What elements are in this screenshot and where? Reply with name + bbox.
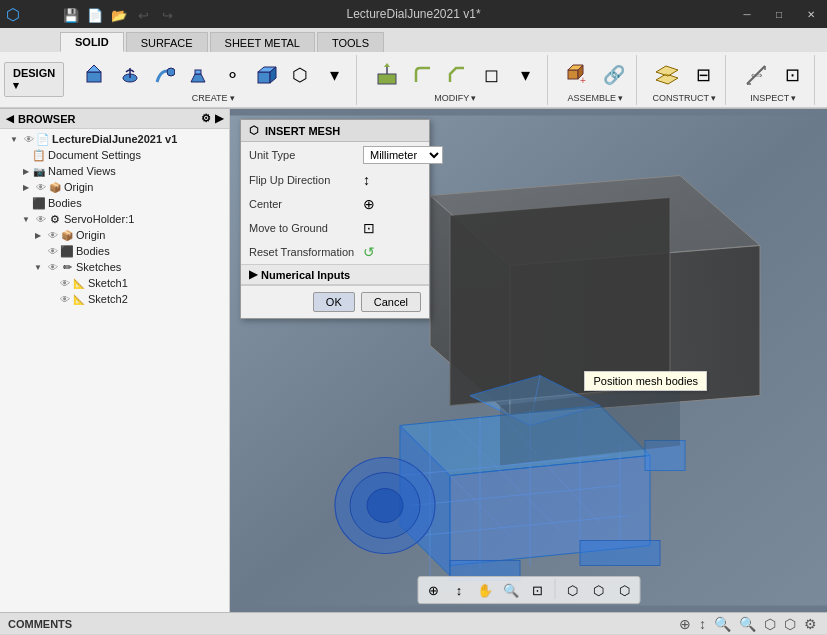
tree-item-sh-bodies[interactable]: 👁 ⬛ Bodies [0,243,229,259]
toolbar-section-assemble: + 🔗 ASSEMBLE▾ [554,55,637,105]
flip-up-label: Flip Up Direction [249,174,359,186]
flip-up-icon[interactable]: ↕ [363,172,370,188]
save-icon[interactable]: 💾 [60,4,82,26]
tree-item-origin[interactable]: ▶ 👁 📦 Origin [0,179,229,195]
statusbar-orbit-btn[interactable]: ↕ [697,616,708,632]
statusbar-zoom2-btn[interactable]: 🔍 [737,616,758,632]
move-to-ground-icon[interactable]: ⊡ [363,220,375,236]
create-sweep-btn[interactable] [148,59,180,91]
home-view-btn[interactable]: ⊕ [422,579,444,601]
tab-surface[interactable]: SURFACE [126,32,208,52]
eye-icon-origin[interactable]: 👁 [34,182,48,193]
modify-press-pull-btn[interactable] [369,57,405,93]
statusbar-display-btn[interactable]: ⬡ [762,616,778,632]
construct-offset-plane-btn[interactable] [649,57,685,93]
tree-icon-sketch2: 📐 [72,292,86,306]
assemble-label[interactable]: ASSEMBLE▾ [567,93,623,103]
create-extrude-btn[interactable] [76,57,112,93]
new-icon[interactable]: 📄 [84,4,106,26]
statusbar-settings-btn[interactable]: ⚙ [802,616,819,632]
browser-expand-icon[interactable]: ▶ [215,112,223,125]
tree-item-named-views[interactable]: ▶ 📷 Named Views [0,163,229,179]
tab-sheet-metal[interactable]: SHEET METAL [210,32,315,52]
tree-item-sketch1[interactable]: 👁 📐 Sketch1 [0,275,229,291]
modify-fillet-btn[interactable] [407,59,439,91]
statusbar-home-btn[interactable]: ⊕ [677,616,693,632]
design-button[interactable]: DESIGN ▾ [4,62,64,97]
viewport[interactable]: ⬡ INSERT MESH Unit Type Millimeter Inch … [230,109,827,612]
orbit-btn[interactable]: ↕ [448,579,470,601]
tree-item-sh-origin[interactable]: ▶ 👁 📦 Origin [0,227,229,243]
inspect-label[interactable]: INSPECT▾ [750,93,796,103]
undo-icon[interactable]: ↩ [132,4,154,26]
modify-more-btn[interactable]: ▾ [509,59,541,91]
modify-shell-btn[interactable]: ◻ [475,59,507,91]
modify-chamfer-btn[interactable] [441,59,473,91]
tree-icon-origin: 📦 [48,180,62,194]
svg-rect-52 [580,541,660,566]
numerical-inputs-section[interactable]: ▶ Numerical Inputs [241,264,429,285]
eye-icon-root[interactable]: 👁 [22,134,36,145]
reset-transform-icon[interactable]: ↺ [363,244,375,260]
create-box-btn[interactable] [250,59,282,91]
eye-icon-servoholder[interactable]: 👁 [34,214,48,225]
create-revolve-btn[interactable] [114,59,146,91]
pan-btn[interactable]: ✋ [474,579,496,601]
zoom-btn[interactable]: 🔍 [500,579,522,601]
tree-item-sketch2[interactable]: 👁 📐 Sketch2 [0,291,229,307]
statusbar-grid-btn[interactable]: ⬡ [782,616,798,632]
toolbar-section-modify: ◻ ▾ MODIFY▾ [363,55,548,105]
display-mode-btn[interactable]: ⬡ [561,579,583,601]
create-cylinder-btn[interactable]: ⬡ [284,59,316,91]
tab-solid[interactable]: SOLID [60,32,124,52]
center-icon[interactable]: ⊕ [363,196,375,212]
tree-icon-root: 📄 [36,132,50,146]
tree-item-servoholder[interactable]: ▼ 👁 ⚙ ServoHolder:1 [0,211,229,227]
create-loft-btn[interactable] [182,59,214,91]
tab-tools[interactable]: TOOLS [317,32,384,52]
eye-icon-sketch1[interactable]: 👁 [58,278,72,289]
minimize-button[interactable]: ─ [731,0,763,28]
dialog-row-center: Center ⊕ [241,192,429,216]
construct-label[interactable]: CONSTRUCT▾ [652,93,716,103]
tree-arrow-origin: ▶ [20,181,32,193]
browser-settings-icon[interactable]: ⚙ [201,112,211,125]
browser-panel: ◀ BROWSER ⚙ ▶ ▼ 👁 📄 LectureDialJune2021 … [0,109,230,612]
tree-item-sh-sketches[interactable]: ▼ 👁 ✏ Sketches [0,259,229,275]
window-controls: ─ □ ✕ [731,0,827,28]
inspect-measure-btn[interactable]: ⟺ [738,57,774,93]
tree-item-bodies[interactable]: ⬛ Bodies [0,195,229,211]
tree-item-doc-settings[interactable]: 📋 Document Settings [0,147,229,163]
create-hole-btn[interactable]: ⚬ [216,59,248,91]
maximize-button[interactable]: □ [763,0,795,28]
toolbar-section-construct: ⊟ CONSTRUCT▾ [643,55,726,105]
fit-btn[interactable]: ⊡ [526,579,548,601]
create-more-btn[interactable]: ▾ [318,59,350,91]
dialog-title: ⬡ INSERT MESH [241,120,429,142]
open-icon[interactable]: 📂 [108,4,130,26]
tree-label-sh-sketches: Sketches [76,261,121,273]
statusbar-right: ⊕ ↕ 🔍 🔍 ⬡ ⬡ ⚙ [677,616,819,632]
assemble-new-component-btn[interactable]: + [560,57,596,93]
construct-buttons: ⊟ [649,57,719,93]
eye-icon-sketch2[interactable]: 👁 [58,294,72,305]
assemble-joint-btn[interactable]: 🔗 [598,59,630,91]
create-label[interactable]: CREATE▾ [192,93,235,103]
tree-item-root[interactable]: ▼ 👁 📄 LectureDialJune2021 v1 [0,131,229,147]
browser-collapse-icon[interactable]: ◀ [6,113,14,124]
visual-style-btn[interactable]: ⬡ [587,579,609,601]
eye-icon-sh-origin[interactable]: 👁 [46,230,60,241]
environment-btn[interactable]: ⬡ [613,579,635,601]
redo-icon[interactable]: ↪ [156,4,178,26]
close-button[interactable]: ✕ [795,0,827,28]
modify-label[interactable]: MODIFY▾ [434,93,476,103]
ok-button[interactable]: OK [313,292,355,312]
eye-icon-sh-bodies[interactable]: 👁 [46,246,60,257]
unit-type-select[interactable]: Millimeter Inch Centimeter [363,146,443,164]
cancel-button[interactable]: Cancel [361,292,421,312]
design-label: DESIGN ▾ [13,67,55,92]
statusbar-zoom-btn[interactable]: 🔍 [712,616,733,632]
inspect-section-analysis-btn[interactable]: ⊡ [776,59,808,91]
eye-icon-sh-sketches[interactable]: 👁 [46,262,60,273]
construct-midplane-btn[interactable]: ⊟ [687,59,719,91]
